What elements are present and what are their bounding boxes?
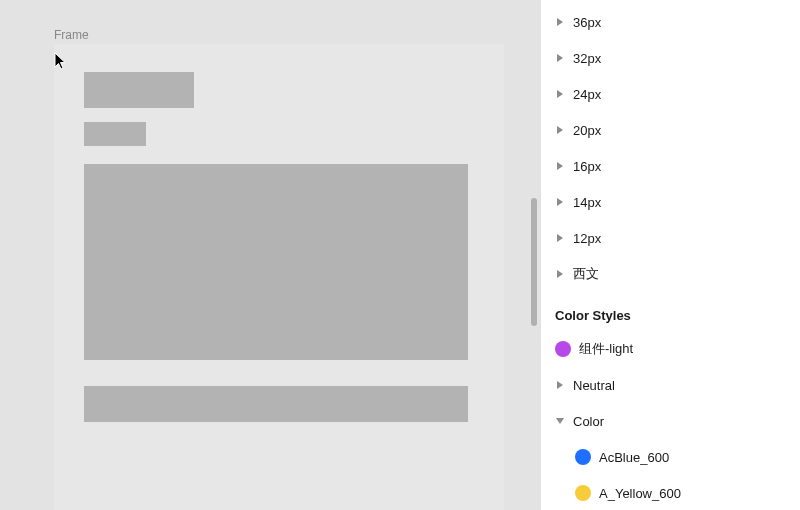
chevron-down-icon bbox=[555, 418, 565, 424]
chevron-right-icon bbox=[555, 270, 565, 278]
text-style-item[interactable]: 12px bbox=[555, 220, 800, 256]
text-style-item[interactable]: 32px bbox=[555, 40, 800, 76]
text-style-label: 24px bbox=[573, 87, 601, 102]
color-style-label: Color bbox=[573, 414, 604, 429]
color-style-group-color[interactable]: Color bbox=[555, 403, 800, 439]
text-style-label: 14px bbox=[573, 195, 601, 210]
text-style-item[interactable]: 36px bbox=[555, 4, 800, 40]
text-style-label: 12px bbox=[573, 231, 601, 246]
chevron-right-icon bbox=[555, 381, 565, 389]
placeholder-block[interactable] bbox=[84, 164, 468, 360]
color-style-item[interactable]: AcBlue_600 bbox=[555, 439, 800, 475]
text-style-item[interactable]: 20px bbox=[555, 112, 800, 148]
canvas-scrollbar[interactable] bbox=[530, 0, 538, 510]
chevron-right-icon bbox=[555, 198, 565, 206]
chevron-right-icon bbox=[555, 234, 565, 242]
text-style-label: 32px bbox=[573, 51, 601, 66]
text-style-item[interactable]: 西文 bbox=[555, 256, 800, 292]
color-style-label: A_Yellow_600 bbox=[599, 486, 681, 501]
placeholder-block[interactable] bbox=[84, 122, 146, 146]
chevron-right-icon bbox=[555, 90, 565, 98]
color-style-label: Neutral bbox=[573, 378, 615, 393]
color-swatch-icon bbox=[575, 485, 591, 501]
color-style-label: 组件-light bbox=[579, 340, 633, 358]
text-style-item[interactable]: 14px bbox=[555, 184, 800, 220]
chevron-right-icon bbox=[555, 18, 565, 26]
text-style-label: 36px bbox=[573, 15, 601, 30]
color-style-label: AcBlue_600 bbox=[599, 450, 669, 465]
color-style-group-neutral[interactable]: Neutral bbox=[555, 367, 800, 403]
frame[interactable] bbox=[54, 44, 504, 510]
chevron-right-icon bbox=[555, 54, 565, 62]
color-style-item[interactable]: 组件-light bbox=[555, 331, 800, 367]
design-canvas[interactable]: Frame bbox=[0, 0, 540, 510]
frame-label[interactable]: Frame bbox=[54, 28, 89, 42]
styles-panel: 36px 32px 24px 20px 16px 14px 12px 西文 bbox=[540, 0, 800, 510]
placeholder-block[interactable] bbox=[84, 72, 194, 108]
text-style-item[interactable]: 24px bbox=[555, 76, 800, 112]
color-swatch-icon bbox=[575, 449, 591, 465]
color-swatch-icon bbox=[555, 341, 571, 357]
chevron-right-icon bbox=[555, 126, 565, 134]
text-style-label: 16px bbox=[573, 159, 601, 174]
placeholder-block[interactable] bbox=[84, 386, 468, 422]
text-style-label: 20px bbox=[573, 123, 601, 138]
text-style-label: 西文 bbox=[573, 265, 599, 283]
chevron-right-icon bbox=[555, 162, 565, 170]
text-style-item[interactable]: 16px bbox=[555, 148, 800, 184]
scrollbar-thumb[interactable] bbox=[531, 198, 537, 326]
color-style-item[interactable]: A_Yellow_600 bbox=[555, 475, 800, 510]
color-styles-heading: Color Styles bbox=[555, 308, 800, 323]
